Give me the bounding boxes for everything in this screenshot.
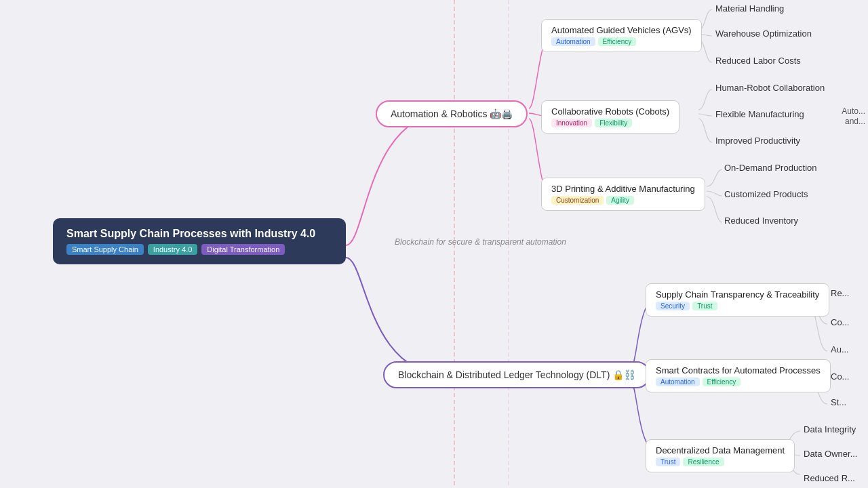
cobots-label: Collaborative Robots (Cobots) <box>551 106 669 117</box>
leaf-data-integrity: Data Integrity <box>804 424 856 434</box>
decentralized-tags: Trust Resilience <box>656 458 785 466</box>
leaf-human-robot: Human-Robot Collaboration <box>715 83 825 93</box>
smart-contracts-tag-automation: Automation <box>656 378 700 386</box>
root-title: Smart Supply Chain Processes with Indust… <box>66 228 332 240</box>
smart-contracts-tags: Automation Efficiency <box>656 378 821 386</box>
tag-industry40: Industry 4.0 <box>148 244 197 255</box>
transparency-tag-security: Security <box>656 302 690 310</box>
leaf-customized-products: Customized Products <box>724 189 808 199</box>
tag-digital-transformation: Digital Transformation <box>201 244 285 255</box>
decentralized-tag-resilience: Resilience <box>683 458 724 466</box>
agv-tag-automation: Automation <box>551 37 595 46</box>
smart-contracts-label: Smart Contracts for Automated Processes <box>656 365 821 375</box>
leaf-material-handling: Material Handling <box>715 3 784 14</box>
cobots-tag-innovation: Innovation <box>551 119 592 127</box>
printing-tag-agility: Agility <box>606 196 634 205</box>
leaf-transparency-p1: Re... <box>831 288 849 298</box>
root-tags: Smart Supply Chain Industry 4.0 Digital … <box>66 244 332 255</box>
smart-contracts-tag-efficiency: Efficiency <box>703 378 741 386</box>
cobots-node: Collaborative Robots (Cobots) Innovation… <box>541 100 679 134</box>
blockchain-node[interactable]: Blockchain & Distributed Ledger Technolo… <box>383 361 650 388</box>
transparency-tags: Security Trust <box>656 302 819 310</box>
leaf-reduced-inventory: Reduced Inventory <box>724 216 798 226</box>
agv-node: Automated Guided Vehicles (AGVs) Automat… <box>541 19 702 52</box>
leaf-reduced-labor-costs: Reduced Labor Costs <box>715 56 801 66</box>
decentralized-tag-trust: Trust <box>656 458 680 466</box>
floating-blockchain-text: Blockchain for secure & transparent auto… <box>395 237 566 247</box>
blockchain-label: Blockchain & Distributed Ledger Technolo… <box>398 369 635 380</box>
leaf-improved-productivity: Improved Productivity <box>715 136 800 146</box>
leaf-smart-p2: St... <box>831 397 846 407</box>
leaf-transparency-p2: Co... <box>831 317 849 327</box>
agv-label: Automated Guided Vehicles (AGVs) <box>551 25 692 35</box>
smart-contracts-node: Smart Contracts for Automated Processes … <box>646 359 831 392</box>
leaf-reduced-r: Reduced R... <box>804 473 855 483</box>
cobots-tags: Innovation Flexibility <box>551 119 669 127</box>
transparency-node: Supply Chain Transparency & Traceability… <box>646 283 829 317</box>
transparency-tag-trust: Trust <box>692 302 717 310</box>
leaf-flexible-manufacturing: Flexible Manufacturing <box>715 109 804 119</box>
decentralized-node: Decentralized Data Management Trust Resi… <box>646 439 795 472</box>
printing-tag-customization: Customization <box>551 196 604 205</box>
agv-tag-efficiency: Efficiency <box>598 37 637 46</box>
leaf-warehouse-optimization: Warehouse Optimization <box>715 28 812 39</box>
automation-robotics-label: Automation & Robotics 🤖🖨️ <box>391 108 513 119</box>
leaf-on-demand: On-Demand Production <box>724 163 817 173</box>
agv-tags: Automation Efficiency <box>551 37 692 46</box>
tag-smart-supply-chain: Smart Supply Chain <box>66 244 144 255</box>
cobots-tag-flexibility: Flexibility <box>595 119 632 127</box>
right-edge-text-2: and... <box>842 115 868 127</box>
printing-tags: Customization Agility <box>551 196 695 205</box>
transparency-label: Supply Chain Transparency & Traceability <box>656 289 819 300</box>
decentralized-label: Decentralized Data Management <box>656 445 785 455</box>
printing-label: 3D Printing & Additive Manufacturing <box>551 184 695 194</box>
printing-node: 3D Printing & Additive Manufacturing Cus… <box>541 178 705 211</box>
leaf-smart-p1: Co... <box>831 371 849 382</box>
automation-robotics-node[interactable]: Automation & Robotics 🤖🖨️ <box>376 100 528 127</box>
leaf-data-ownership: Data Owner... <box>804 449 857 459</box>
root-node: Smart Supply Chain Processes with Indust… <box>53 218 346 264</box>
leaf-transparency-p3: Au... <box>831 344 849 354</box>
